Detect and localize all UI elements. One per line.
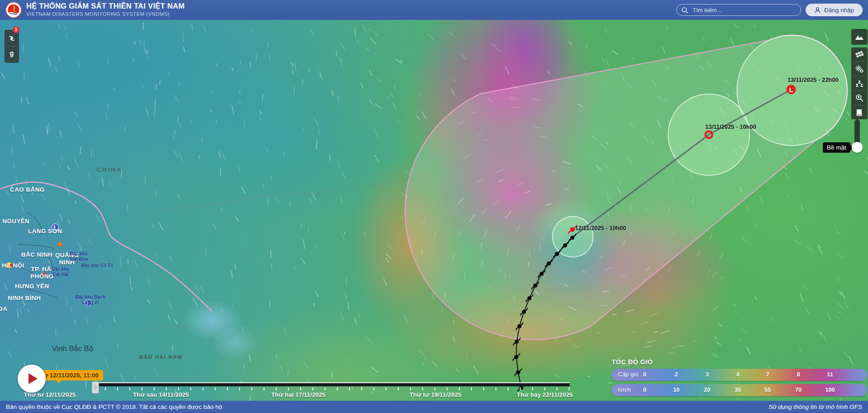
legend-value: 4 [736, 371, 739, 378]
station-marker-bach-long-vi[interactable] [85, 300, 92, 306]
station-marker-hai-phong[interactable] [43, 273, 47, 277]
search-input[interactable] [692, 6, 793, 14]
mountains-icon [854, 32, 864, 42]
legend-value: 100 [825, 386, 835, 393]
legend-value: 10 [673, 386, 679, 393]
legend-value: 11 [827, 371, 833, 378]
map-viewport[interactable]: L CHINA CAO BẰNG THÁI NGUYÊN LẠNG SƠN BẮ… [0, 0, 868, 413]
guide-button[interactable] [851, 105, 868, 119]
legend-value: 70 [795, 386, 802, 393]
province-borders [9, 212, 58, 298]
app-title: HỆ THỐNG GIÁM SÁT THIÊN TAI VIỆT NAM [26, 2, 185, 10]
legend-value: 20 [704, 386, 710, 393]
timeline-ticks [93, 387, 570, 390]
vndms-logo-emblem [5, 2, 22, 18]
cyclone-icon [8, 33, 15, 43]
station-marker-lang-son[interactable] [52, 224, 59, 231]
basemap-button[interactable] [851, 47, 868, 61]
copyright-text: Bản quyền thuộc về Cục QLĐĐ & PCTT © 201… [6, 404, 222, 410]
panel-divider [7, 46, 17, 47]
app-footer: Bản quyền thuộc về Cục QLĐĐ & PCTT © 201… [0, 401, 868, 413]
user-icon [814, 7, 821, 14]
legend-title: TỐC ĐỘ GIÓ [612, 358, 867, 366]
hainan-outline [134, 326, 222, 379]
legend-beaufort-bar: Cấp gió 0 2 3 4 7 8 11 [612, 369, 867, 381]
trash-icon [8, 50, 15, 58]
search-icon [681, 7, 688, 14]
model-source-text: Sử dụng thông tin từ mô hình GFS [769, 404, 862, 410]
vndms-logo [5, 2, 22, 18]
surface-tooltip: Bề mặt [823, 142, 850, 153]
wind-speed-legend: TỐC ĐỘ GIÓ Cấp gió 0 2 3 4 7 8 11 km/h 0… [612, 358, 867, 396]
warning-marker-orange[interactable] [57, 241, 63, 246]
app-header: HỆ THỐNG GIÁM SÁT THIÊN TAI VIỆT NAM VIE… [0, 0, 868, 20]
storm-list-button[interactable] [5, 32, 18, 45]
national-border [0, 182, 212, 312]
organization-button[interactable] [851, 76, 868, 90]
search-location-icon [854, 93, 864, 103]
legend-value: 35 [735, 386, 741, 393]
legend-beaufort-label: Cấp gió [618, 371, 638, 378]
legend-kmh-bar: km/h 0 10 20 35 55 70 100 [612, 384, 867, 396]
timeline-date: Thứ bảy 22/11/2025 [517, 391, 573, 398]
legend-value: 0 [643, 371, 646, 378]
timeline-date: Thứ hai 17/11/2025 [271, 391, 326, 398]
forecast-marker-22h[interactable]: L [787, 85, 796, 94]
station-marker-ha-noi[interactable] [6, 263, 13, 268]
gears-icon [854, 64, 864, 74]
timeline-date: Thứ sáu 14/11/2025 [133, 391, 189, 398]
timeline-bar[interactable] [93, 382, 570, 386]
legend-kmh-label: km/h [618, 386, 631, 393]
map-tools-group [851, 47, 868, 119]
map-layers-icon [854, 50, 864, 60]
header-titles: HỆ THỐNG GIÁM SÁT THIÊN TAI VIỆT NAM VIE… [26, 2, 185, 17]
legend-value: 55 [764, 386, 771, 393]
legend-value: 7 [766, 371, 769, 378]
login-button[interactable]: Đăng nhập [806, 4, 863, 16]
legend-value: 0 [643, 386, 646, 393]
search-location-button[interactable] [851, 91, 868, 105]
model-settings-button[interactable] [851, 62, 868, 76]
vndms-app: L CHINA CAO BẰNG THÁI NGUYÊN LẠNG SƠN BẮ… [0, 0, 868, 413]
play-button[interactable] [18, 365, 46, 393]
login-label: Đăng nhập [824, 7, 854, 14]
play-icon [28, 373, 38, 384]
storm-tools-panel [5, 30, 19, 63]
search-box[interactable] [676, 4, 801, 16]
legend-value: 2 [675, 371, 678, 378]
legend-value: 3 [705, 371, 708, 378]
terrain-button[interactable] [851, 29, 868, 45]
book-icon [854, 108, 864, 117]
app-subtitle: VIETNAM DISASTERS MONITORING SYSTEM (VND… [26, 11, 185, 17]
clear-storms-button[interactable] [5, 48, 18, 61]
legend-value: 8 [797, 371, 800, 378]
altitude-slider-knob[interactable] [852, 142, 863, 153]
storm-count-badge: 1 [13, 26, 19, 33]
map-vector-layer: L [0, 0, 868, 413]
people-icon [854, 79, 864, 89]
timeline-date: Thứ tư 19/11/2025 [410, 391, 462, 398]
svg-text:L: L [789, 86, 793, 94]
timeline-thumb[interactable] [92, 381, 99, 394]
